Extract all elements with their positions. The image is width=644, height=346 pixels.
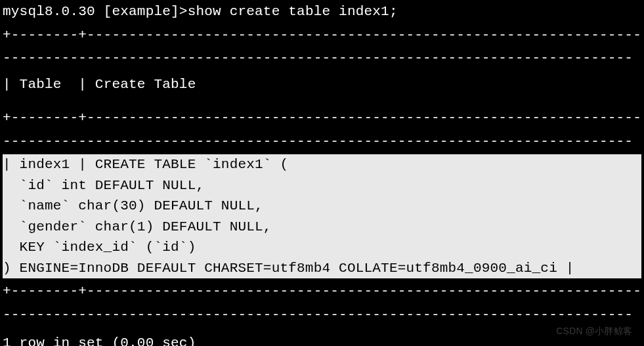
ddl-line-6: ) ENGINE=InnoDB DEFAULT CHARSET=utf8mb4 … (3, 258, 641, 279)
table-border-mid: +--------+------------------------------… (3, 108, 641, 129)
table-header-row: | Table | Create Table (3, 74, 641, 95)
column-header-create-table: Create Table (95, 77, 196, 92)
ddl-line-4: `gender` char(1) DEFAULT NULL, (3, 217, 641, 238)
ddl-line-5: KEY `index_id` (`id`) (3, 237, 641, 258)
table-border-bot: +--------+------------------------------… (3, 281, 641, 302)
ddl-line-1: | index1 | CREATE TABLE `index1` ( (3, 154, 641, 175)
prompt-prefix: mysql8.0.30 [example]> (3, 4, 188, 19)
table-border-mid-cont: ----------------------------------------… (3, 131, 641, 152)
sql-command: show create table index1; (188, 4, 398, 19)
rows-message: 1 row in set (0.00 sec) (3, 333, 641, 346)
ddl-line-2: `id` int DEFAULT NULL, (3, 175, 641, 196)
table-border-top: +--------+------------------------------… (3, 25, 641, 46)
column-header-table: Table (20, 77, 62, 92)
prompt-line-1[interactable]: mysql8.0.30 [example]>show create table … (3, 1, 641, 22)
ddl-line-3: `name` char(30) DEFAULT NULL, (3, 196, 641, 217)
table-border-top-cont: ----------------------------------------… (3, 48, 641, 69)
table-border-bot-cont: ----------------------------------------… (3, 305, 641, 326)
